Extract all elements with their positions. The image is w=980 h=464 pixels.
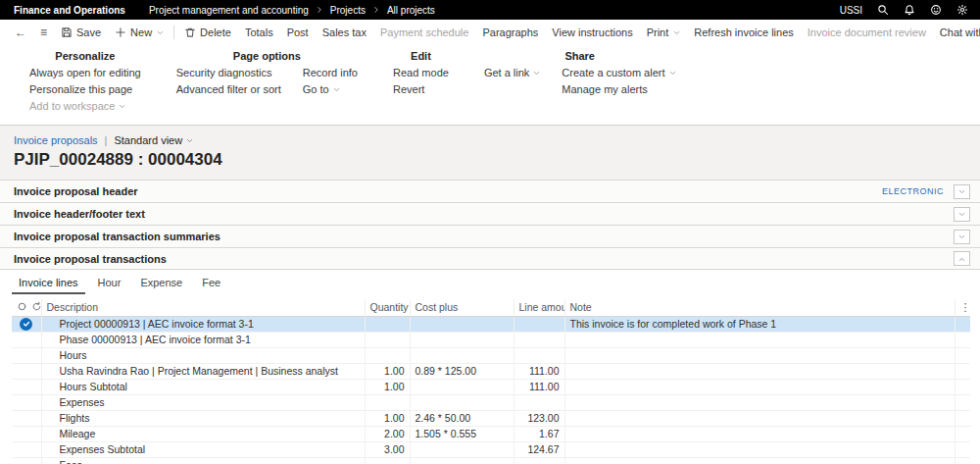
toolbar-button-label: New (130, 26, 152, 38)
chevron-right-icon (316, 6, 323, 14)
option-item[interactable]: Read mode (393, 65, 449, 81)
option-item[interactable]: Record info (303, 65, 358, 81)
cell-quantity (365, 394, 410, 410)
option-item[interactable]: Add to workspace (29, 98, 141, 115)
option-item[interactable]: Security diagnostics (176, 65, 281, 81)
new-button[interactable]: New (108, 20, 171, 45)
column-options-icon[interactable]: ⋮ (955, 299, 970, 316)
table-row[interactable]: Phase 00000913 | AEC invoice format 3-1 (12, 332, 970, 347)
column-header-quantity[interactable]: Quantity (365, 299, 410, 316)
bell-icon[interactable] (904, 4, 915, 16)
section-invoice-proposal-transaction-summaries[interactable]: Invoice proposal transaction summaries (0, 225, 980, 247)
tab-hour[interactable]: Hour (91, 274, 128, 294)
tab-fee[interactable]: Fee (195, 274, 227, 294)
cell-cost-plus (410, 457, 514, 464)
cell-select[interactable] (12, 332, 41, 347)
breadcrumb-item-all-projects[interactable]: All projects (387, 5, 435, 16)
table-row[interactable]: Expenses Subtotal3.00124.67 (12, 441, 970, 457)
table-row[interactable]: Mileage2.001.505 * 0.5551.67 (12, 426, 970, 441)
table-row[interactable]: Hours (12, 347, 970, 363)
select-all-icon[interactable] (17, 301, 27, 314)
paragraphs-button[interactable]: Paragraphs (475, 20, 545, 45)
app-name[interactable]: Finance and Operations (0, 5, 139, 16)
toolbar-button-label: Paragraphs (482, 26, 538, 38)
cell-quantity (365, 347, 410, 363)
breadcrumb-item-projects[interactable]: Projects (330, 5, 366, 16)
collapse-menu-button[interactable]: ≡ (33, 20, 54, 45)
cell-description: Usha Ravindra Rao | Project Management |… (41, 363, 365, 379)
option-item[interactable]: Always open for editing (29, 65, 141, 81)
invoice-proposals-link[interactable]: Invoice proposals (14, 134, 98, 146)
table-row[interactable]: Project 00000913 | AEC invoice format 3-… (12, 316, 970, 332)
expand-section-button[interactable] (954, 207, 970, 222)
save-button[interactable]: Save (54, 20, 108, 45)
cell-more (955, 394, 970, 410)
cell-select[interactable] (12, 394, 41, 410)
options-group-title: Edit (393, 50, 449, 62)
option-item[interactable]: Manage my alerts (562, 81, 675, 98)
select-all-header[interactable] (12, 299, 41, 316)
cell-select[interactable] (12, 316, 41, 332)
expand-section-button[interactable] (954, 230, 970, 244)
cell-select[interactable] (12, 363, 41, 379)
column-header-note[interactable]: Note (564, 299, 955, 316)
standard-view-selector[interactable]: Standard view (114, 134, 193, 146)
cell-description: Phase 00000913 | AEC invoice format 3-1 (41, 332, 365, 347)
hamburger-icon: ≡ (40, 26, 47, 38)
print-button[interactable]: Print (640, 20, 688, 45)
section-invoice-proposal-header[interactable]: Invoice proposal header ELECTRONIC (0, 180, 980, 202)
option-item[interactable]: Create a custom alert (562, 65, 675, 81)
delete-button[interactable]: Delete (177, 20, 238, 45)
section-invoice-header-footer-text[interactable]: Invoice header/footer text (0, 202, 980, 225)
collapse-section-button[interactable] (954, 251, 970, 266)
section-title: Invoice header/footer text (14, 208, 145, 220)
option-item[interactable]: Go to (303, 81, 358, 98)
column-header-cost-plus[interactable]: Cost plus (410, 299, 514, 316)
cell-select[interactable] (12, 441, 41, 457)
table-row[interactable]: Usha Ravindra Rao | Project Management |… (12, 363, 970, 379)
cell-more (955, 410, 970, 426)
table-row[interactable]: Flights1.002.46 * 50.00123.00 (12, 410, 970, 426)
search-icon[interactable] (877, 4, 889, 16)
table-row[interactable]: Fees (12, 457, 970, 464)
option-item[interactable]: Get a link (484, 65, 540, 81)
payment-schedule-button[interactable]: Payment schedule (373, 20, 476, 45)
cell-select[interactable] (12, 347, 41, 363)
cell-quantity: 2.00 (365, 426, 410, 441)
refresh-invoice-lines-button[interactable]: Refresh invoice lines (687, 20, 801, 45)
cell-select[interactable] (12, 379, 41, 394)
invoice-document-review-button[interactable]: Invoice document review (801, 20, 933, 45)
option-item[interactable]: Revert (393, 81, 449, 98)
section-title: Invoice proposal header (14, 185, 138, 197)
cell-select[interactable] (12, 410, 41, 426)
post-button[interactable]: Post (280, 20, 316, 45)
settings-gear-icon[interactable] (956, 4, 968, 16)
sales-tax-button[interactable]: Sales tax (316, 20, 373, 45)
feedback-smiley-icon[interactable] (930, 4, 942, 16)
option-item[interactable]: Advanced filter or sort (176, 81, 281, 98)
cell-quantity: 3.00 (365, 441, 410, 457)
view-instructions-button[interactable]: View instructions (545, 20, 639, 45)
tab-invoice-lines[interactable]: Invoice lines (12, 274, 85, 294)
cell-note (564, 347, 955, 363)
cell-cost-plus (410, 394, 514, 410)
totals-button[interactable]: Totals (238, 20, 280, 45)
back-button[interactable]: ← (8, 20, 33, 45)
chat-with-billing-approver-button[interactable]: Chat with billing approver (933, 20, 980, 45)
cell-more (955, 332, 970, 347)
option-item[interactable]: Personalize this page (29, 81, 141, 98)
row-selected-check-icon (20, 318, 32, 331)
breadcrumb-item-module[interactable]: Project management and accounting (149, 5, 309, 16)
expand-section-button[interactable] (954, 184, 970, 199)
column-header-line-amount[interactable]: Line amount (514, 299, 564, 316)
refresh-grid-icon[interactable] (31, 301, 41, 314)
section-invoice-proposal-transactions[interactable]: Invoice proposal transactions (0, 247, 980, 270)
cell-select[interactable] (12, 457, 41, 464)
cell-line-amount (514, 347, 564, 363)
company-selector[interactable]: USSI (840, 5, 862, 16)
table-row[interactable]: Expenses (12, 394, 970, 410)
cell-select[interactable] (12, 426, 41, 441)
column-header-description[interactable]: Description (41, 299, 365, 316)
tab-expense[interactable]: Expense (133, 274, 189, 294)
table-row[interactable]: Hours Subtotal1.00111.00 (12, 379, 970, 394)
